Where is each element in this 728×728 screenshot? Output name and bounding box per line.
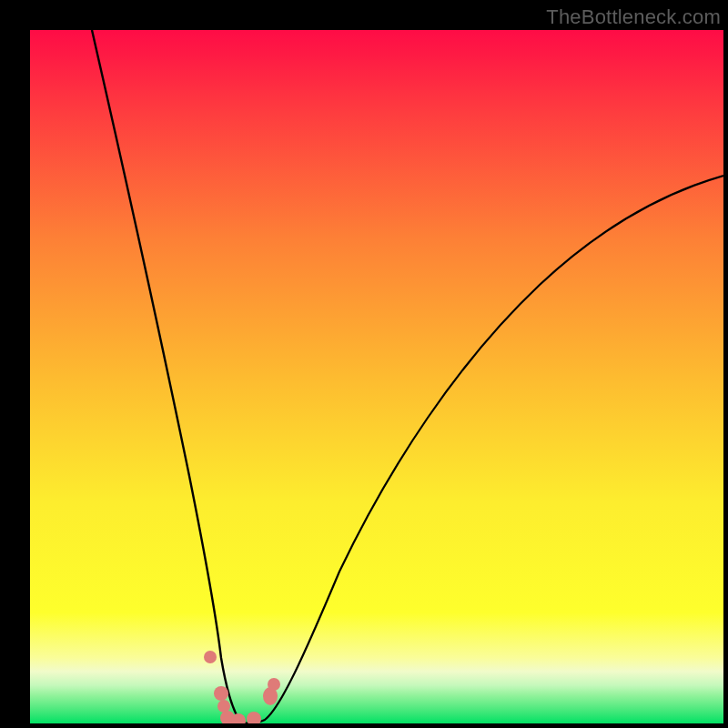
- chart-svg: [30, 30, 723, 723]
- gradient-background: [30, 30, 723, 723]
- plot-area: [30, 30, 723, 723]
- attribution-label: TheBottleneck.com: [546, 5, 721, 29]
- svg-point-1: [214, 686, 228, 701]
- chart-frame: TheBottleneck.com: [0, 0, 728, 728]
- svg-point-0: [204, 651, 217, 663]
- svg-point-2: [217, 700, 230, 713]
- svg-point-7: [268, 678, 280, 691]
